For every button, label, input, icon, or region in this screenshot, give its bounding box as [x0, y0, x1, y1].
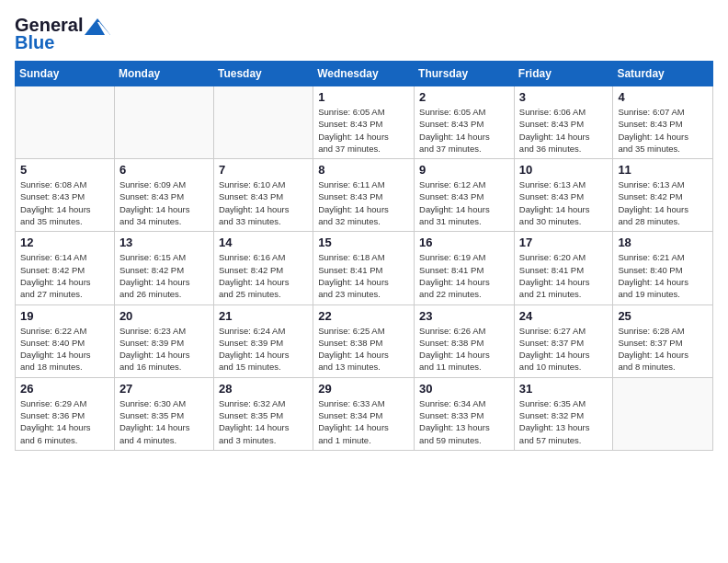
weekday-header-cell: Saturday: [613, 62, 713, 86]
day-info: Sunrise: 6:18 AM Sunset: 8:41 PM Dayligh…: [318, 251, 409, 300]
day-number: 31: [519, 382, 609, 396]
day-info: Sunrise: 6:16 AM Sunset: 8:42 PM Dayligh…: [219, 251, 308, 300]
day-info: Sunrise: 6:08 AM Sunset: 8:43 PM Dayligh…: [20, 178, 109, 227]
calendar-day-cell: 3Sunrise: 6:06 AM Sunset: 8:43 PM Daylig…: [514, 86, 613, 159]
day-number: 29: [318, 382, 409, 396]
day-number: 16: [419, 236, 509, 249]
day-info: Sunrise: 6:33 AM Sunset: 8:34 PM Dayligh…: [318, 397, 409, 446]
weekday-header-cell: Friday: [514, 62, 613, 86]
day-info: Sunrise: 6:19 AM Sunset: 8:41 PM Dayligh…: [419, 251, 509, 300]
day-info: Sunrise: 6:26 AM Sunset: 8:38 PM Dayligh…: [419, 325, 509, 373]
day-number: 5: [20, 163, 109, 177]
calendar-day-cell: 27Sunrise: 6:30 AM Sunset: 8:35 PM Dayli…: [114, 377, 213, 450]
day-info: Sunrise: 6:22 AM Sunset: 8:40 PM Dayligh…: [20, 325, 109, 373]
day-number: 4: [618, 90, 708, 104]
day-info: Sunrise: 6:15 AM Sunset: 8:42 PM Dayligh…: [119, 251, 209, 300]
calendar-day-cell: 13Sunrise: 6:15 AM Sunset: 8:42 PM Dayli…: [114, 232, 213, 304]
calendar-day-cell: 5Sunrise: 6:08 AM Sunset: 8:43 PM Daylig…: [16, 159, 115, 232]
calendar-week-row: 12Sunrise: 6:14 AM Sunset: 8:42 PM Dayli…: [16, 232, 713, 304]
day-info: Sunrise: 6:11 AM Sunset: 8:43 PM Dayligh…: [318, 178, 409, 227]
calendar-week-row: 19Sunrise: 6:22 AM Sunset: 8:40 PM Dayli…: [16, 304, 713, 377]
calendar-day-cell: 25Sunrise: 6:28 AM Sunset: 8:37 PM Dayli…: [613, 304, 713, 377]
day-info: Sunrise: 6:27 AM Sunset: 8:37 PM Dayligh…: [519, 325, 609, 373]
day-info: Sunrise: 6:28 AM Sunset: 8:37 PM Dayligh…: [618, 325, 708, 373]
calendar-day-cell: 1Sunrise: 6:05 AM Sunset: 8:43 PM Daylig…: [313, 86, 415, 159]
day-number: 14: [219, 236, 308, 249]
weekday-header-cell: Wednesday: [313, 62, 415, 86]
calendar-day-cell: 30Sunrise: 6:34 AM Sunset: 8:33 PM Dayli…: [415, 377, 515, 450]
weekday-header-cell: Thursday: [415, 62, 515, 86]
calendar-day-cell: 12Sunrise: 6:14 AM Sunset: 8:42 PM Dayli…: [16, 232, 115, 304]
weekday-header-cell: Monday: [114, 62, 213, 86]
calendar-day-cell: 14Sunrise: 6:16 AM Sunset: 8:42 PM Dayli…: [213, 232, 313, 304]
calendar-day-cell: 22Sunrise: 6:25 AM Sunset: 8:38 PM Dayli…: [313, 304, 415, 377]
calendar-day-cell: [613, 377, 713, 450]
day-info: Sunrise: 6:05 AM Sunset: 8:43 PM Dayligh…: [318, 106, 409, 155]
calendar-day-cell: 16Sunrise: 6:19 AM Sunset: 8:41 PM Dayli…: [415, 232, 515, 304]
calendar-day-cell: 8Sunrise: 6:11 AM Sunset: 8:43 PM Daylig…: [313, 159, 415, 232]
day-number: 2: [419, 90, 509, 104]
day-info: Sunrise: 6:20 AM Sunset: 8:41 PM Dayligh…: [519, 251, 609, 300]
calendar-day-cell: [16, 86, 115, 159]
calendar-day-cell: [213, 86, 313, 159]
calendar-day-cell: 17Sunrise: 6:20 AM Sunset: 8:41 PM Dayli…: [514, 232, 613, 304]
day-number: 12: [20, 236, 109, 249]
calendar-day-cell: 18Sunrise: 6:21 AM Sunset: 8:40 PM Dayli…: [613, 232, 713, 304]
day-number: 13: [119, 236, 209, 249]
calendar-day-cell: 6Sunrise: 6:09 AM Sunset: 8:43 PM Daylig…: [114, 159, 213, 232]
day-info: Sunrise: 6:23 AM Sunset: 8:39 PM Dayligh…: [119, 325, 209, 373]
day-number: 20: [119, 309, 209, 323]
calendar-day-cell: 31Sunrise: 6:35 AM Sunset: 8:32 PM Dayli…: [514, 377, 613, 450]
calendar-day-cell: [114, 86, 213, 159]
day-number: 24: [519, 309, 609, 323]
calendar-week-row: 5Sunrise: 6:08 AM Sunset: 8:43 PM Daylig…: [16, 159, 713, 232]
day-info: Sunrise: 6:05 AM Sunset: 8:43 PM Dayligh…: [419, 106, 509, 155]
day-number: 6: [119, 163, 209, 177]
calendar-day-cell: 4Sunrise: 6:07 AM Sunset: 8:43 PM Daylig…: [613, 86, 713, 159]
day-number: 18: [618, 236, 708, 249]
calendar-day-cell: 11Sunrise: 6:13 AM Sunset: 8:42 PM Dayli…: [613, 159, 713, 232]
day-number: 3: [519, 90, 609, 104]
day-number: 10: [519, 163, 609, 177]
calendar-day-cell: 21Sunrise: 6:24 AM Sunset: 8:39 PM Dayli…: [213, 304, 313, 377]
weekday-header-cell: Tuesday: [213, 62, 313, 86]
day-info: Sunrise: 6:32 AM Sunset: 8:35 PM Dayligh…: [219, 397, 308, 446]
day-number: 19: [20, 309, 109, 323]
calendar-day-cell: 28Sunrise: 6:32 AM Sunset: 8:35 PM Dayli…: [213, 377, 313, 450]
calendar-day-cell: 23Sunrise: 6:26 AM Sunset: 8:38 PM Dayli…: [415, 304, 515, 377]
weekday-header-row: SundayMondayTuesdayWednesdayThursdayFrid…: [16, 62, 713, 86]
weekday-header-cell: Sunday: [16, 62, 115, 86]
day-number: 15: [318, 236, 409, 249]
day-info: Sunrise: 6:09 AM Sunset: 8:43 PM Dayligh…: [119, 178, 209, 227]
day-number: 17: [519, 236, 609, 249]
day-number: 27: [119, 382, 209, 396]
calendar-day-cell: 9Sunrise: 6:12 AM Sunset: 8:43 PM Daylig…: [415, 159, 515, 232]
calendar-week-row: 26Sunrise: 6:29 AM Sunset: 8:36 PM Dayli…: [16, 377, 713, 450]
calendar-day-cell: 24Sunrise: 6:27 AM Sunset: 8:37 PM Dayli…: [514, 304, 613, 377]
day-number: 11: [618, 163, 708, 177]
calendar-day-cell: 10Sunrise: 6:13 AM Sunset: 8:43 PM Dayli…: [514, 159, 613, 232]
day-info: Sunrise: 6:30 AM Sunset: 8:35 PM Dayligh…: [119, 397, 209, 446]
day-info: Sunrise: 6:07 AM Sunset: 8:43 PM Dayligh…: [618, 106, 708, 155]
day-number: 23: [419, 309, 509, 323]
day-info: Sunrise: 6:06 AM Sunset: 8:43 PM Dayligh…: [519, 106, 609, 155]
day-info: Sunrise: 6:10 AM Sunset: 8:43 PM Dayligh…: [219, 178, 308, 227]
day-info: Sunrise: 6:13 AM Sunset: 8:43 PM Dayligh…: [519, 178, 609, 227]
logo: General Blue: [15, 15, 110, 53]
day-number: 22: [318, 309, 409, 323]
calendar-table: SundayMondayTuesdayWednesdayThursdayFrid…: [15, 61, 713, 451]
day-number: 28: [219, 382, 308, 396]
day-info: Sunrise: 6:24 AM Sunset: 8:39 PM Dayligh…: [219, 325, 308, 373]
day-number: 30: [419, 382, 509, 396]
day-number: 7: [219, 163, 308, 177]
day-info: Sunrise: 6:21 AM Sunset: 8:40 PM Dayligh…: [618, 251, 708, 300]
day-info: Sunrise: 6:14 AM Sunset: 8:42 PM Dayligh…: [20, 251, 109, 300]
page-header: General Blue: [15, 15, 713, 53]
calendar-day-cell: 26Sunrise: 6:29 AM Sunset: 8:36 PM Dayli…: [16, 377, 115, 450]
calendar-day-cell: 29Sunrise: 6:33 AM Sunset: 8:34 PM Dayli…: [313, 377, 415, 450]
logo-icon: [85, 18, 110, 35]
logo-blue-text: Blue: [15, 32, 54, 53]
day-info: Sunrise: 6:35 AM Sunset: 8:32 PM Dayligh…: [519, 397, 609, 446]
day-number: 25: [618, 309, 708, 323]
day-info: Sunrise: 6:12 AM Sunset: 8:43 PM Dayligh…: [419, 178, 509, 227]
